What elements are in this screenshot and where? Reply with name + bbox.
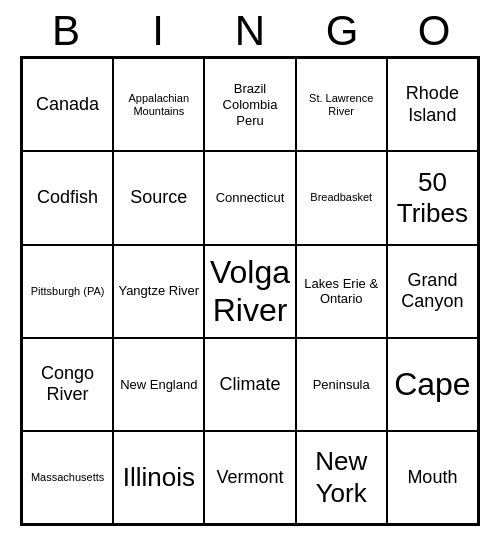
bingo-cell-3-0: Congo River [22, 338, 113, 431]
bingo-cell-4-2: Vermont [204, 431, 295, 524]
bingo-header: BINGO [20, 8, 480, 54]
bingo-cell-4-1: Illinois [113, 431, 204, 524]
bingo-cell-2-3: Lakes Erie & Ontario [296, 245, 387, 338]
header-letter: G [296, 8, 388, 54]
header-letter: N [204, 8, 296, 54]
header-letter: B [20, 8, 112, 54]
bingo-cell-2-0: Pittsburgh (PA) [22, 245, 113, 338]
bingo-cell-0-1: Appalachian Mountains [113, 58, 204, 151]
bingo-cell-0-2: Brazil Colombia Peru [204, 58, 295, 151]
bingo-cell-2-2: Volga River [204, 245, 295, 338]
bingo-cell-3-1: New England [113, 338, 204, 431]
bingo-cell-1-1: Source [113, 151, 204, 244]
bingo-cell-3-2: Climate [204, 338, 295, 431]
bingo-cell-4-3: New York [296, 431, 387, 524]
header-letter: I [112, 8, 204, 54]
bingo-grid: CanadaAppalachian MountainsBrazil Colomb… [20, 56, 480, 526]
bingo-cell-3-3: Peninsula [296, 338, 387, 431]
header-letter: O [388, 8, 480, 54]
bingo-cell-1-4: 50 Tribes [387, 151, 478, 244]
bingo-cell-4-0: Massachusetts [22, 431, 113, 524]
bingo-cell-1-3: Breadbasket [296, 151, 387, 244]
bingo-cell-3-4: Cape [387, 338, 478, 431]
bingo-cell-4-4: Mouth [387, 431, 478, 524]
bingo-cell-2-1: Yangtze River [113, 245, 204, 338]
bingo-cell-1-2: Connecticut [204, 151, 295, 244]
bingo-cell-0-4: Rhode Island [387, 58, 478, 151]
bingo-cell-0-3: St. Lawrence River [296, 58, 387, 151]
bingo-cell-2-4: Grand Canyon [387, 245, 478, 338]
bingo-cell-1-0: Codfish [22, 151, 113, 244]
bingo-cell-0-0: Canada [22, 58, 113, 151]
